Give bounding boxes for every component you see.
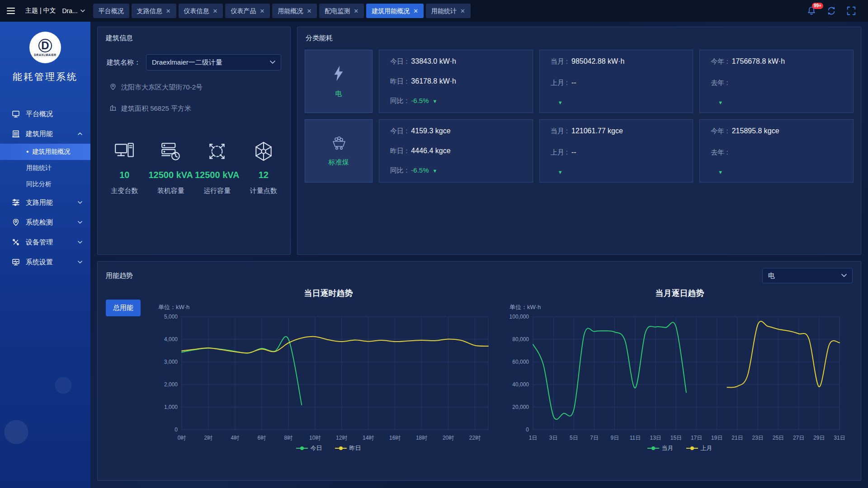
chart-legend: 今日昨日 xyxy=(153,444,504,452)
svg-text:22时: 22时 xyxy=(469,435,481,441)
sidebar: D DRAXLMAIER 能耗管理系统 平台概况 建筑用能 • 建筑用能概况 用… xyxy=(0,22,90,488)
building-name-label: 建筑名称： xyxy=(107,58,141,67)
building-area-icon xyxy=(109,104,117,113)
chevron-down-icon xyxy=(78,261,82,263)
panel-title: 分类能耗 xyxy=(297,27,861,42)
close-icon[interactable]: ✕ xyxy=(166,8,171,14)
sidebar-item-device-management[interactable]: 设备管理 xyxy=(0,232,90,252)
notifications-bell-icon[interactable]: 99+ xyxy=(807,6,816,16)
tab-platform-overview[interactable]: 平台概况 xyxy=(93,4,129,18)
user-menu[interactable]: Dra... xyxy=(62,7,85,14)
svg-text:0: 0 xyxy=(175,427,178,433)
legend-item[interactable]: 昨日 xyxy=(335,444,361,452)
svg-text:11日: 11日 xyxy=(630,435,641,441)
sidebar-nav: 平台概况 建筑用能 • 建筑用能概况 用能统计 同比分析 支路用能 xyxy=(0,104,90,272)
svg-text:18时: 18时 xyxy=(416,435,427,441)
energy-stat-card: 今年 :1756678.8 kW·h 去年 : ▼ xyxy=(699,50,854,113)
daily-hourly-trend-chart: 01,0002,0003,0004,0005,0000时2时4时6时8时10时1… xyxy=(153,312,501,444)
building-icon xyxy=(12,130,20,138)
svg-text:4,000: 4,000 xyxy=(164,336,178,343)
svg-text:100,000: 100,000 xyxy=(509,314,529,320)
tab-energy-statistics[interactable]: 用能统计✕ xyxy=(426,4,471,18)
sidebar-item-platform-overview[interactable]: 平台概况 xyxy=(0,104,90,124)
tools-icon xyxy=(12,238,20,246)
close-icon[interactable]: ✕ xyxy=(460,8,465,14)
bullet-icon: • xyxy=(26,148,29,155)
stat-running-capacity: 12500 kVA 运行容量 xyxy=(194,136,241,195)
tab-energy-overview[interactable]: 用能概况✕ xyxy=(272,4,317,18)
classified-energy-panel: 分类能耗 电 今日 :33843.0 kW·h 昨日 :36178.8 kW·h… xyxy=(297,27,861,255)
svg-text:40,000: 40,000 xyxy=(512,381,529,388)
energy-stat-card: 今日 :33843.0 kW·h 昨日 :36178.8 kW·h 同比 :-6… xyxy=(379,50,533,113)
tab-branch-info[interactable]: 支路信息✕ xyxy=(132,4,176,18)
close-icon[interactable]: ✕ xyxy=(413,8,418,14)
chart-unit-label: 单位：kW·h xyxy=(509,303,855,311)
sidebar-item-branch-energy[interactable]: 支路用能 xyxy=(0,192,90,212)
chevron-down-icon xyxy=(78,201,82,204)
topbar: 主题 | 中文 Dra... 平台概况 支路信息✕ 仪表信息✕ 仪表产品✕ 用能… xyxy=(0,0,868,22)
close-icon[interactable]: ✕ xyxy=(259,8,264,14)
sidebar-item-system-settings[interactable]: 系统设置 xyxy=(0,252,90,272)
tab-building-energy-overview[interactable]: 建筑用能概况✕ xyxy=(366,4,424,18)
circular-flow-icon xyxy=(194,136,241,163)
fullscreen-icon[interactable] xyxy=(846,6,856,16)
svg-text:1日: 1日 xyxy=(529,435,538,441)
svg-text:60,000: 60,000 xyxy=(512,359,529,365)
sidebar-item-yoy-analysis[interactable]: 同比分析 xyxy=(0,176,90,192)
building-info-panel: 建筑信息 建筑名称： Draexlmaier一二级计量 沈阳市大东区大望街70-… xyxy=(97,27,291,255)
energy-stat-card: 今年 :215895.8 kgce 去年 : ▼ xyxy=(699,119,854,183)
building-select[interactable]: Draexlmaier一二级计量 xyxy=(146,54,281,70)
refresh-icon[interactable] xyxy=(826,6,836,16)
energy-stat-card: 今日 :4159.3 kgce 昨日 :4446.4 kgce 同比 :-6.5… xyxy=(379,119,533,183)
legend-item[interactable]: 今日 xyxy=(296,444,322,452)
monthly-daily-trend-chart: 020,00040,00060,00080,000100,0001日3日5日7日… xyxy=(504,312,852,444)
svg-text:3,000: 3,000 xyxy=(164,359,178,365)
sidebar-item-energy-statistics[interactable]: 用能统计 xyxy=(0,160,90,176)
server-clock-icon xyxy=(148,136,194,163)
total-energy-button[interactable]: 总用能 xyxy=(106,300,141,316)
theme-language-switch[interactable]: 主题 | 中文 xyxy=(25,7,56,15)
monitor-icon xyxy=(12,110,20,118)
sidebar-item-system-detection[interactable]: 系统检测 xyxy=(0,212,90,232)
tab-meter-info[interactable]: 仪表信息✕ xyxy=(179,4,223,18)
legend-line-icon xyxy=(335,446,347,450)
energy-type-select-value: 电 xyxy=(768,272,775,280)
svg-text:27日: 27日 xyxy=(793,435,804,441)
svg-text:7日: 7日 xyxy=(590,435,599,441)
menu-toggle-icon[interactable] xyxy=(0,8,22,14)
legend-item[interactable]: 当月 xyxy=(647,444,674,452)
legend-line-icon xyxy=(296,446,308,450)
svg-text:5,000: 5,000 xyxy=(164,314,178,320)
close-icon[interactable]: ✕ xyxy=(307,8,311,14)
daily-hourly-trend-block: 当日逐时趋势 单位：kW·h 01,0002,0003,0004,0005,00… xyxy=(153,284,504,480)
svg-text:15日: 15日 xyxy=(670,435,682,441)
sidebar-item-building-energy-overview[interactable]: • 建筑用能概况 xyxy=(0,144,90,160)
legend-line-icon xyxy=(686,446,698,450)
svg-text:9日: 9日 xyxy=(610,435,619,441)
svg-text:23日: 23日 xyxy=(752,435,764,441)
close-icon[interactable]: ✕ xyxy=(354,8,359,14)
electricity-category-tile: 电 xyxy=(305,50,373,113)
svg-text:0时: 0时 xyxy=(178,435,186,441)
energy-type-select[interactable]: 电 xyxy=(762,268,853,283)
computer-icon xyxy=(101,136,148,163)
svg-text:0: 0 xyxy=(526,427,529,433)
legend-item[interactable]: 上月 xyxy=(686,444,712,452)
chevron-down-icon xyxy=(78,241,82,244)
lightning-icon xyxy=(332,65,345,84)
svg-text:1,000: 1,000 xyxy=(164,404,178,410)
chevron-down-icon xyxy=(80,9,85,12)
svg-text:2时: 2时 xyxy=(204,435,213,441)
tab-meter-product[interactable]: 仪表产品✕ xyxy=(225,4,270,18)
energy-management-app: 主题 | 中文 Dra... 平台概况 支路信息✕ 仪表信息✕ 仪表产品✕ 用能… xyxy=(0,0,868,488)
svg-text:4时: 4时 xyxy=(231,435,240,441)
chevron-down-icon xyxy=(78,221,82,224)
sidebar-item-building-energy[interactable]: 建筑用能 xyxy=(0,124,90,144)
tab-power-distribution-monitor[interactable]: 配电监测✕ xyxy=(319,4,364,18)
down-triangle-icon: ▼ xyxy=(433,168,438,174)
svg-text:6时: 6时 xyxy=(258,435,266,441)
chart-title: 当日逐时趋势 xyxy=(153,288,504,299)
svg-text:20时: 20时 xyxy=(443,435,454,441)
svg-text:3日: 3日 xyxy=(549,435,558,441)
close-icon[interactable]: ✕ xyxy=(213,8,218,14)
